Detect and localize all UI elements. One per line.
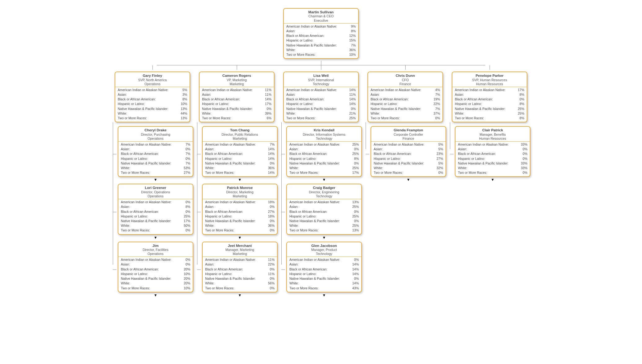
org-node: Cameron RogersVP, MarketingMarketingAmer… [199,72,275,122]
person-dept: Technology [289,252,359,256]
demographic-row: Two or More Races:0% [205,286,275,291]
demographic-label: Hispanic or Latino: [286,38,315,43]
demographic-row: American Indian or Alaskan Native:7% [121,142,190,147]
demographic-label: Black or African American: [286,33,326,38]
demographic-row: Black or African American:14% [202,97,271,102]
expand-arrow-icon[interactable]: ▼ [454,178,532,182]
person-title: Director, Information Systems [289,133,359,137]
demographic-value: 53% [184,166,190,170]
person-name: Chris Dunn [370,73,441,78]
demographic-value: 17% [265,102,271,106]
demographic-row: Asian:0% [205,204,275,209]
demographic-row: White:50% [121,223,190,228]
person-name: Jim [120,243,191,248]
demographic-value: 0% [270,161,275,166]
demographic-row: Two or More Races:13% [118,116,187,121]
expand-arrow-icon[interactable]: ▼ [201,293,279,297]
demographic-label: Two or More Races: [286,52,317,57]
demographic-row: Native Hawaiian & Pacific Islander:25% [455,107,524,111]
demographic-label: Asian: [455,92,466,97]
demographic-row: Asian:22% [205,262,275,267]
demographic-row: White:44% [118,111,187,116]
org-node: Glenda FramptonCorporate ControllerFinan… [371,126,446,177]
demographic-label: White: [289,281,301,286]
demographic-label: Black or African American: [289,151,329,156]
demographic-label: Asian: [205,262,216,267]
person-title: Corporate Controller [373,133,444,137]
demographic-value: 14% [349,102,356,106]
expand-arrow-icon[interactable]: ▼ [117,293,195,297]
node-root: Martin Sullivan Chairman & CEO Executive… [283,8,359,59]
demographic-label: White: [374,166,385,170]
expand-arrow-icon[interactable]: ▼ [285,293,363,297]
demographic-label: Asian: [118,92,129,97]
subordinates: Kris KendallDirector, Information System… [279,124,363,298]
person-dept: Human Resources [457,137,528,141]
demographic-row: Black or African American:23% [374,151,443,156]
expand-arrow-icon[interactable]: ▼ [369,178,447,182]
demographic-value: 14% [268,151,275,156]
demographic-value: 33% [521,142,527,147]
subordinates: Cheryl DrakeDirector, PurchasingOperatio… [110,124,195,298]
demographic-row: Native Hawaiian & Pacific Islander:0% [289,161,359,166]
demographic-label: Asian: [205,147,216,151]
demographic-label: White: [286,111,297,116]
node-header: Patrick MonroeDirector, MarketingMarketi… [203,184,277,199]
demographic-row: American Indian or Alaskan Native:4% [371,88,440,92]
expand-arrow-icon[interactable]: ▼ [285,178,363,182]
demographic-value: 13% [181,107,187,111]
demographic-label: Native Hawaiian & Pacific Islander: [371,107,423,111]
person-dept: Marketing [204,252,275,256]
expand-arrow-icon[interactable]: ▼ [201,178,279,182]
demographic-label: Black or African American: [121,151,161,156]
org-node: Craig BadgerDirector, EngineeringTechnol… [286,184,362,235]
demographic-row: American Indian or Alaskan Native:25% [289,142,359,147]
demographic-label: Asian: [458,147,469,151]
person-dept: Technology [289,194,359,198]
org-node: Patrick MonroeDirector, MarketingMarketi… [202,184,278,235]
demographic-label: Two or More Races: [121,228,152,233]
sub-item: Cheryl DrakeDirector, PurchasingOperatio… [117,126,195,182]
demographic-row: American Indian or Alaskan Native:9% [286,24,356,29]
person-title: Director, Engineering [289,190,359,194]
demographic-value: 12% [349,33,356,38]
demographic-row: Asian:7% [371,92,440,97]
expand-arrow-icon[interactable]: ▼ [117,235,195,240]
demographic-label: White: [205,281,216,286]
node-body: American Indian or Alaskan Native:7%Asia… [203,142,277,177]
demographic-value: 25% [352,214,359,219]
demographic-row: White:32% [374,166,443,170]
org-column: Penelope ParkerSVP, Human ResourcesHuman… [451,65,529,183]
demographic-value: 13% [352,228,359,233]
demographic-row: Black or African American:0% [205,267,275,272]
demographic-value: 3% [182,92,187,97]
demographic-value: 13% [352,200,359,204]
demographic-label: Native Hawaiian & Pacific Islander: [121,161,173,166]
node-body: American Indian or Alaskan Native:0%Asia… [287,257,361,292]
demographic-row: Black or African American:14% [205,151,275,156]
demographic-label: Black or African American: [371,97,411,102]
demographic-row: Asian:11% [202,92,271,97]
demographic-label: Two or More Races: [205,228,236,233]
demographic-row: Native Hawaiian & Pacific Islander:17% [121,219,190,223]
demographic-row: Two or More Races:43% [289,286,359,291]
expand-arrow-icon[interactable]: ▼ [201,235,279,240]
demographic-value: 7% [186,161,190,166]
demographic-row: Native Hawaiian & Pacific Islander:0% [286,107,356,111]
demographic-label: Two or More Races: [286,116,317,121]
person-name: Clair Patrick [457,128,528,132]
demographic-value: 8% [520,116,524,121]
expand-arrow-icon[interactable]: ▼ [285,235,363,240]
node-body: American Indian or Alaskan Native:13%Asi… [287,199,361,234]
sub-item: Craig BadgerDirector, EngineeringTechnol… [285,184,363,239]
demographic-label: White: [118,111,129,116]
expand-arrow-icon[interactable]: ▼ [117,178,195,182]
demographic-row: Black or African American:8% [118,97,187,102]
demographic-row: Asian:11% [286,92,356,97]
connector-vertical [152,65,153,70]
org-chart: Martin Sullivan Chairman & CEO Executive… [3,6,639,299]
node-header: Glen JacobsonManager, ProductTechnology [287,242,361,257]
demographic-row: Hispanic or Latino:11% [205,272,275,276]
demographic-label: Black or African American: [286,97,326,102]
demographic-label: American Indian or Alaskan Native: [205,200,257,204]
